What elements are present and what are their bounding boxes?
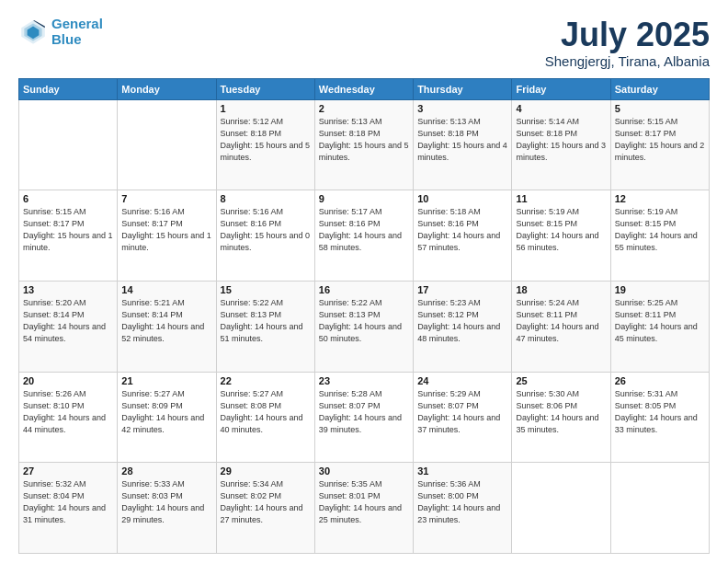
day-detail: Sunrise: 5:15 AM Sunset: 8:17 PM Dayligh… — [615, 116, 705, 164]
calendar-cell — [512, 463, 610, 554]
calendar-cell — [118, 99, 216, 190]
day-number: 5 — [615, 103, 705, 114]
calendar-cell: 13Sunrise: 5:20 AM Sunset: 8:14 PM Dayli… — [19, 281, 118, 372]
calendar-header: SundayMondayTuesdayWednesdayThursdayFrid… — [19, 78, 710, 99]
week-row-4: 27Sunrise: 5:32 AM Sunset: 8:04 PM Dayli… — [19, 463, 710, 554]
day-detail: Sunrise: 5:13 AM Sunset: 8:18 PM Dayligh… — [319, 116, 409, 164]
logo-text: General Blue — [51, 17, 103, 47]
calendar-cell: 7Sunrise: 5:16 AM Sunset: 8:17 PM Daylig… — [118, 190, 216, 282]
calendar-cell: 5Sunrise: 5:15 AM Sunset: 8:17 PM Daylig… — [610, 99, 709, 190]
day-number: 28 — [121, 465, 211, 477]
header: General Blue July 2025 Shengjergj, Tiran… — [18, 17, 710, 69]
calendar-cell: 8Sunrise: 5:16 AM Sunset: 8:16 PM Daylig… — [216, 190, 314, 282]
calendar-cell: 23Sunrise: 5:28 AM Sunset: 8:07 PM Dayli… — [314, 372, 413, 463]
day-number: 18 — [516, 284, 606, 295]
day-number: 24 — [417, 375, 507, 386]
day-detail: Sunrise: 5:36 AM Sunset: 8:00 PM Dayligh… — [417, 478, 507, 526]
main-title: July 2025 — [545, 17, 710, 53]
day-detail: Sunrise: 5:14 AM Sunset: 8:18 PM Dayligh… — [516, 116, 606, 164]
day-detail: Sunrise: 5:35 AM Sunset: 8:01 PM Dayligh… — [319, 478, 409, 526]
day-detail: Sunrise: 5:34 AM Sunset: 8:02 PM Dayligh… — [221, 478, 311, 526]
day-number: 29 — [221, 465, 311, 477]
page: General Blue July 2025 Shengjergj, Tiran… — [0, 0, 728, 563]
day-detail: Sunrise: 5:21 AM Sunset: 8:14 PM Dayligh… — [121, 297, 211, 345]
day-detail: Sunrise: 5:28 AM Sunset: 8:07 PM Dayligh… — [319, 388, 409, 436]
calendar-cell — [19, 99, 118, 190]
day-detail: Sunrise: 5:17 AM Sunset: 8:16 PM Dayligh… — [319, 206, 409, 254]
day-number: 25 — [516, 375, 606, 386]
header-row: SundayMondayTuesdayWednesdayThursdayFrid… — [19, 78, 710, 99]
logo-icon — [18, 17, 48, 47]
calendar-cell: 3Sunrise: 5:13 AM Sunset: 8:18 PM Daylig… — [414, 99, 512, 190]
col-header-monday: Monday — [118, 78, 216, 99]
day-detail: Sunrise: 5:13 AM Sunset: 8:18 PM Dayligh… — [417, 116, 507, 164]
day-number: 6 — [23, 193, 113, 204]
logo-line2: Blue — [51, 31, 82, 47]
col-header-thursday: Thursday — [414, 78, 512, 99]
day-detail: Sunrise: 5:18 AM Sunset: 8:16 PM Dayligh… — [417, 206, 507, 254]
day-number: 27 — [23, 465, 113, 477]
calendar-cell: 2Sunrise: 5:13 AM Sunset: 8:18 PM Daylig… — [314, 99, 413, 190]
day-number: 2 — [319, 103, 409, 114]
day-detail: Sunrise: 5:22 AM Sunset: 8:13 PM Dayligh… — [221, 297, 311, 345]
day-detail: Sunrise: 5:20 AM Sunset: 8:14 PM Dayligh… — [23, 297, 113, 345]
calendar-cell: 24Sunrise: 5:29 AM Sunset: 8:07 PM Dayli… — [414, 372, 512, 463]
calendar-cell: 4Sunrise: 5:14 AM Sunset: 8:18 PM Daylig… — [512, 99, 610, 190]
subtitle: Shengjergj, Tirana, Albania — [545, 53, 710, 69]
day-detail: Sunrise: 5:27 AM Sunset: 8:09 PM Dayligh… — [121, 388, 211, 436]
day-number: 15 — [221, 284, 311, 295]
day-detail: Sunrise: 5:33 AM Sunset: 8:03 PM Dayligh… — [121, 478, 211, 526]
day-number: 26 — [615, 375, 705, 386]
day-detail: Sunrise: 5:32 AM Sunset: 8:04 PM Dayligh… — [23, 478, 113, 526]
calendar-cell: 27Sunrise: 5:32 AM Sunset: 8:04 PM Dayli… — [19, 463, 118, 554]
day-detail: Sunrise: 5:12 AM Sunset: 8:18 PM Dayligh… — [221, 116, 311, 164]
day-number: 16 — [319, 284, 409, 295]
day-detail: Sunrise: 5:31 AM Sunset: 8:05 PM Dayligh… — [615, 388, 705, 436]
calendar-cell: 20Sunrise: 5:26 AM Sunset: 8:10 PM Dayli… — [19, 372, 118, 463]
day-number: 14 — [121, 284, 211, 295]
day-detail: Sunrise: 5:25 AM Sunset: 8:11 PM Dayligh… — [615, 297, 705, 345]
calendar-cell: 1Sunrise: 5:12 AM Sunset: 8:18 PM Daylig… — [216, 99, 314, 190]
day-number: 30 — [319, 465, 409, 477]
title-block: July 2025 Shengjergj, Tirana, Albania — [545, 17, 710, 69]
day-number: 31 — [417, 465, 507, 477]
day-detail: Sunrise: 5:23 AM Sunset: 8:12 PM Dayligh… — [417, 297, 507, 345]
day-number: 23 — [319, 375, 409, 386]
day-number: 8 — [221, 193, 311, 204]
day-number: 21 — [121, 375, 211, 386]
day-detail: Sunrise: 5:27 AM Sunset: 8:08 PM Dayligh… — [221, 388, 311, 436]
calendar-cell: 18Sunrise: 5:24 AM Sunset: 8:11 PM Dayli… — [512, 281, 610, 372]
logo-line1: General — [51, 16, 103, 31]
day-detail: Sunrise: 5:19 AM Sunset: 8:15 PM Dayligh… — [615, 206, 705, 254]
calendar-cell: 28Sunrise: 5:33 AM Sunset: 8:03 PM Dayli… — [118, 463, 216, 554]
calendar-cell: 26Sunrise: 5:31 AM Sunset: 8:05 PM Dayli… — [610, 372, 709, 463]
calendar-cell: 11Sunrise: 5:19 AM Sunset: 8:15 PM Dayli… — [512, 190, 610, 282]
col-header-sunday: Sunday — [19, 78, 118, 99]
day-detail: Sunrise: 5:30 AM Sunset: 8:06 PM Dayligh… — [516, 388, 606, 436]
day-number: 9 — [319, 193, 409, 204]
day-detail: Sunrise: 5:22 AM Sunset: 8:13 PM Dayligh… — [319, 297, 409, 345]
calendar-cell: 12Sunrise: 5:19 AM Sunset: 8:15 PM Dayli… — [610, 190, 709, 282]
col-header-tuesday: Tuesday — [216, 78, 314, 99]
day-detail: Sunrise: 5:16 AM Sunset: 8:17 PM Dayligh… — [121, 206, 211, 254]
day-number: 11 — [516, 193, 606, 204]
day-detail: Sunrise: 5:19 AM Sunset: 8:15 PM Dayligh… — [516, 206, 606, 254]
calendar-cell: 21Sunrise: 5:27 AM Sunset: 8:09 PM Dayli… — [118, 372, 216, 463]
calendar-cell: 29Sunrise: 5:34 AM Sunset: 8:02 PM Dayli… — [216, 463, 314, 554]
calendar-cell: 25Sunrise: 5:30 AM Sunset: 8:06 PM Dayli… — [512, 372, 610, 463]
week-row-2: 13Sunrise: 5:20 AM Sunset: 8:14 PM Dayli… — [19, 281, 710, 372]
calendar-cell: 30Sunrise: 5:35 AM Sunset: 8:01 PM Dayli… — [314, 463, 413, 554]
day-detail: Sunrise: 5:26 AM Sunset: 8:10 PM Dayligh… — [23, 388, 113, 436]
calendar-cell: 22Sunrise: 5:27 AM Sunset: 8:08 PM Dayli… — [216, 372, 314, 463]
calendar-cell: 16Sunrise: 5:22 AM Sunset: 8:13 PM Dayli… — [314, 281, 413, 372]
day-number: 19 — [615, 284, 705, 295]
calendar-cell: 14Sunrise: 5:21 AM Sunset: 8:14 PM Dayli… — [118, 281, 216, 372]
day-number: 4 — [516, 103, 606, 114]
day-detail: Sunrise: 5:29 AM Sunset: 8:07 PM Dayligh… — [417, 388, 507, 436]
day-detail: Sunrise: 5:16 AM Sunset: 8:16 PM Dayligh… — [221, 206, 311, 254]
calendar-body: 1Sunrise: 5:12 AM Sunset: 8:18 PM Daylig… — [19, 99, 710, 553]
day-number: 12 — [615, 193, 705, 204]
day-number: 1 — [221, 103, 311, 114]
day-number: 10 — [417, 193, 507, 204]
calendar-cell: 31Sunrise: 5:36 AM Sunset: 8:00 PM Dayli… — [414, 463, 512, 554]
